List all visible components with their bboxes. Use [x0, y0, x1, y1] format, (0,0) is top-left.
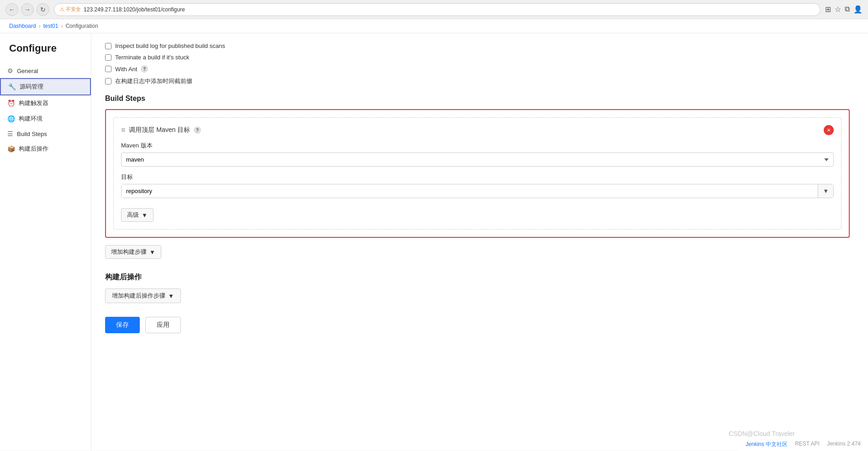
inspect-log-label: Inspect build log for published build sc… [115, 42, 225, 49]
sidebar-item-build-trigger-label: 构建触发器 [19, 99, 48, 107]
main-content: Inspect build log for published build sc… [91, 33, 868, 451]
security-warning: ⚠ 不安全 [60, 6, 81, 13]
sidebar-item-build-steps-label: Build Steps [17, 131, 47, 137]
browser-chrome: ← → ↻ ⚠ 不安全 123.249.27.118:1020/job/test… [0, 0, 868, 19]
chevron-down-icon: ▼ [823, 188, 829, 194]
build-step-help-icon[interactable]: ? [194, 126, 201, 134]
checkbox-row-terminate-stuck: Terminate a build if it's stuck [105, 54, 850, 61]
browser-nav-buttons: ← → ↻ [5, 3, 49, 16]
steps-icon: ☰ [7, 130, 13, 137]
terminate-stuck-label: Terminate a build if it's stuck [115, 54, 189, 61]
post-build-icon: 📦 [7, 145, 15, 152]
add-step-label: 增加构建步骤 [111, 248, 147, 256]
add-post-build-label: 增加构建后操作步骤 [112, 292, 165, 300]
trigger-icon: ⏰ [7, 100, 15, 107]
footer-version: Jenkins 2.474 [827, 441, 861, 448]
post-build-title: 构建后操作 [105, 273, 850, 282]
sidebar-title: Configure [0, 42, 91, 63]
add-post-build-button[interactable]: 增加构建后操作步骤 ▼ [105, 288, 181, 303]
build-steps-section-title: Build Steps [105, 94, 850, 103]
sidebar-item-build-env[interactable]: 🌐 构建环境 [0, 111, 91, 126]
advanced-label: 高级 [127, 211, 139, 219]
sidebar-item-general-label: General [17, 68, 38, 74]
forward-button[interactable]: → [21, 3, 34, 16]
target-input[interactable] [122, 184, 818, 198]
post-build-section: 构建后操作 增加构建后操作步骤 ▼ [105, 273, 850, 303]
back-button[interactable]: ← [5, 3, 18, 16]
footer-jenkins-cn[interactable]: Jenkins 中文社区 [746, 441, 788, 448]
apply-button[interactable]: 应用 [145, 317, 181, 333]
sidebar-item-post-build-label: 构建后操作 [19, 145, 48, 153]
save-button[interactable]: 保存 [105, 317, 140, 333]
target-expand-button[interactable]: ▼ [818, 184, 833, 198]
breadcrumb-sep-1: › [39, 23, 41, 29]
advanced-button[interactable]: 高级 ▼ [121, 208, 153, 222]
sidebar-item-post-build[interactable]: 📦 构建后操作 [0, 141, 91, 157]
build-step-close-button[interactable]: × [824, 125, 834, 135]
add-post-chevron-icon: ▼ [168, 293, 174, 299]
breadcrumb-test01[interactable]: test01 [43, 23, 58, 29]
sidebar-item-source-mgmt[interactable]: 🔧 源码管理 [0, 78, 91, 95]
build-step-header: ≡ 调用顶层 Maven 目标 ? × [121, 125, 834, 135]
url-text: 123.249.27.118:1020/job/test01/configure [84, 6, 185, 13]
sidebar-item-build-env-label: 构建环境 [19, 115, 42, 123]
maven-version-field-group: Maven 版本 maven [121, 142, 834, 167]
breadcrumb-sep-2: › [61, 23, 63, 29]
add-build-step-row: 增加构建步骤 ▼ [105, 245, 850, 259]
sidebar-item-build-steps[interactable]: ☰ Build Steps [0, 126, 91, 141]
footer-rest-api: REST API [795, 441, 820, 448]
checkbox-row-inspect-log: Inspect build log for published build sc… [105, 42, 850, 49]
checkbox-row-add-timestamp: 在构建日志中添加时间截前缀 [105, 77, 850, 85]
drag-handle-icon[interactable]: ≡ [121, 126, 125, 134]
build-step-card: ≡ 调用顶层 Maven 目标 ? × Maven 版本 maven 目标 [105, 109, 850, 238]
env-icon: 🌐 [7, 115, 15, 122]
extensions-icon[interactable]: ⧉ [845, 5, 850, 14]
add-timestamp-checkbox[interactable] [105, 78, 111, 84]
maven-version-label: Maven 版本 [121, 142, 834, 150]
sidebar-item-general[interactable]: ⚙ General [0, 63, 91, 78]
build-step-inner: ≡ 调用顶层 Maven 目标 ? × Maven 版本 maven 目标 [113, 117, 842, 230]
add-build-step-button[interactable]: 增加构建步骤 ▼ [105, 245, 161, 259]
action-buttons: 保存 应用 [105, 317, 850, 333]
source-mgmt-icon: 🔧 [8, 83, 16, 90]
sidebar: Configure ⚙ General 🔧 源码管理 ⏰ 构建触发器 🌐 构建环… [0, 33, 91, 451]
with-ant-checkbox[interactable] [105, 66, 111, 72]
target-input-row: ▼ [121, 184, 834, 198]
breadcrumb-dashboard[interactable]: Dashboard [9, 23, 36, 29]
breadcrumb: Dashboard › test01 › Configuration [0, 19, 868, 33]
address-bar[interactable]: ⚠ 不安全 123.249.27.118:1020/job/test01/con… [54, 3, 820, 16]
terminate-stuck-checkbox[interactable] [105, 54, 111, 61]
add-timestamp-label: 在构建日志中添加时间截前缀 [115, 77, 192, 85]
breadcrumb-current: Configuration [65, 23, 98, 29]
build-step-title: 调用顶层 Maven 目标 [129, 126, 190, 134]
browser-toolbar-icons: ⊞ ☆ ⧉ 👤 [825, 5, 863, 14]
maven-version-select[interactable]: maven [121, 152, 834, 167]
checkbox-group: Inspect build log for published build sc… [105, 42, 850, 85]
refresh-button[interactable]: ↻ [37, 3, 49, 16]
sidebar-item-source-mgmt-label: 源码管理 [20, 83, 43, 91]
advanced-chevron-icon: ▼ [142, 212, 148, 219]
inspect-log-checkbox[interactable] [105, 43, 111, 49]
checkbox-row-with-ant: With Ant ? [105, 65, 850, 73]
translate-icon[interactable]: ⊞ [825, 5, 831, 14]
target-field-group: 目标 ▼ [121, 173, 834, 198]
target-label: 目标 [121, 173, 834, 181]
build-step-header-left: ≡ 调用顶层 Maven 目标 ? [121, 126, 201, 134]
bookmark-icon[interactable]: ☆ [835, 5, 841, 14]
app-layout: Configure ⚙ General 🔧 源码管理 ⏰ 构建触发器 🌐 构建环… [0, 33, 868, 451]
add-step-chevron-icon: ▼ [149, 249, 155, 256]
with-ant-label: With Ant [115, 66, 137, 73]
sidebar-item-build-trigger[interactable]: ⏰ 构建触发器 [0, 95, 91, 111]
profile-icon[interactable]: 👤 [853, 5, 863, 14]
footer: Jenkins 中文社区 REST API Jenkins 2.474 [738, 438, 868, 451]
with-ant-help-icon[interactable]: ? [141, 65, 148, 73]
gear-icon: ⚙ [7, 67, 13, 74]
